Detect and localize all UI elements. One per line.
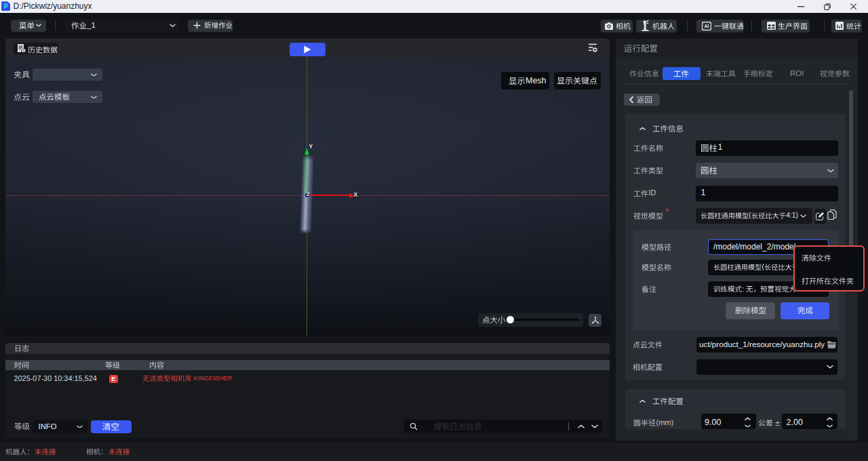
svg-text:AI: AI <box>704 24 709 28</box>
